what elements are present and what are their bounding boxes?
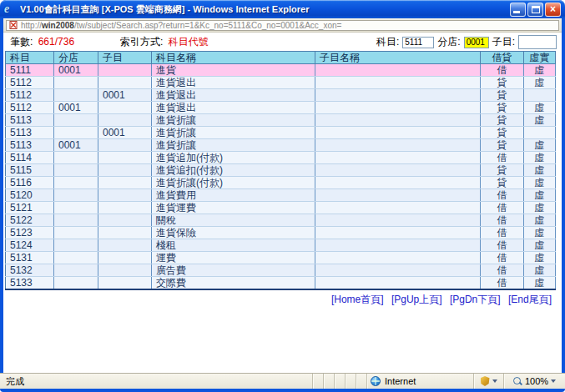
cell-jiedai: 貸 — [481, 77, 524, 89]
cell-zimu — [98, 77, 152, 89]
pager-home-link[interactable]: [Home首頁] — [331, 294, 384, 305]
cell-kemu: 5123 — [6, 227, 54, 239]
cell-zimu — [98, 64, 152, 77]
chevron-down-icon — [492, 379, 497, 383]
zoom-level: 100% — [525, 376, 548, 386]
cell-xushi: 虛 — [524, 227, 556, 239]
cell-subname — [315, 89, 481, 102]
header-subject-code: 科目 — [6, 52, 54, 64]
cell-zimu — [98, 177, 152, 189]
cell-subname — [315, 77, 481, 89]
cell-fendian — [54, 214, 98, 227]
cell-fendian — [54, 264, 98, 277]
cell-jiedai: 借 — [481, 227, 524, 239]
cell-subname — [315, 139, 481, 152]
status-panel-empty — [345, 374, 356, 389]
cell-name: 進貨折讓 — [152, 139, 315, 152]
pager-pgdn-link[interactable]: [PgDn下頁] — [450, 294, 501, 305]
cell-subname — [315, 277, 481, 290]
table-row[interactable]: 51130001進貨折讓貸 — [6, 127, 556, 139]
subject-input[interactable] — [402, 37, 434, 48]
table-row[interactable]: 51120001進貨退出貸 — [6, 89, 556, 102]
pager-end-link[interactable]: [End尾頁] — [508, 294, 552, 305]
table-row[interactable]: 51130001進貨折讓貸虛 — [6, 139, 556, 152]
cell-jiedai: 貸 — [481, 114, 524, 127]
cell-kemu: 5133 — [6, 277, 54, 290]
status-bar: 完成 Internet 100% — [0, 373, 565, 389]
cell-kemu: 5131 — [6, 252, 54, 264]
maximize-icon — [532, 6, 540, 13]
table-row[interactable]: 5115進貨追扣(付款)貸虛 — [6, 164, 556, 177]
table-row[interactable]: 5114進貨追加(付款)借虛 — [6, 152, 556, 164]
cell-fendian — [54, 152, 98, 164]
cell-jiedai: 貸 — [481, 139, 524, 152]
cell-name: 進貨追加(付款) — [152, 152, 315, 164]
close-button[interactable]: × — [545, 3, 561, 17]
cell-zimu — [98, 214, 152, 227]
subitem-input[interactable] — [518, 35, 557, 49]
branch-input[interactable] — [464, 37, 489, 48]
title-bar: e V1.00會計科目查詢 [X-POS 雲端商務網] - Windows In… — [0, 0, 565, 18]
zoom-control[interactable]: 100% — [503, 374, 565, 389]
cell-fendian: 0001 — [54, 139, 98, 152]
cell-fendian — [54, 177, 98, 189]
cell-subname — [315, 177, 481, 189]
maximize-button[interactable] — [527, 3, 543, 17]
record-count-value: 661/736 — [38, 36, 74, 48]
cell-name: 進貨折讓(付款) — [152, 177, 315, 189]
cell-subname — [315, 214, 481, 227]
address-field[interactable]: http://win2008/tw/subject/Search.asp?ret… — [6, 20, 559, 31]
table-row[interactable]: 5133交際費借虛 — [6, 277, 556, 290]
subject-table: 科目 分店 子目 科目名稱 子目名稱 借貸 虛實 51110001進貨借虛511… — [5, 51, 556, 290]
table-row[interactable]: 5122關稅借虛 — [6, 214, 556, 227]
url-path: /tw/subject/Search.asp?return=1&Kc_no=51… — [74, 21, 341, 30]
cell-zimu — [98, 152, 152, 164]
url-protocol: http:// — [21, 21, 42, 30]
cell-zimu — [98, 102, 152, 114]
cell-jiedai: 借 — [481, 202, 524, 214]
cell-subname — [315, 252, 481, 264]
table-row[interactable]: 5116進貨折讓(付款)貸虛 — [6, 177, 556, 189]
cell-zimu — [98, 227, 152, 239]
cell-fendian — [54, 127, 98, 139]
cell-zimu: 0001 — [98, 127, 152, 139]
table-row[interactable]: 5123進貨保險借虛 — [6, 227, 556, 239]
cell-zimu — [98, 252, 152, 264]
table-row[interactable]: 51110001進貨借虛 — [6, 64, 556, 77]
pager-pgup-link[interactable]: [PgUp上頁] — [391, 294, 442, 305]
cell-kemu: 5113 — [6, 139, 54, 152]
table-row[interactable]: 5120進貨費用借虛 — [6, 189, 556, 202]
table-row[interactable]: 51120001進貨退出貸虛 — [6, 102, 556, 114]
table-row[interactable]: 5132廣告費借虛 — [6, 264, 556, 277]
minimize-button[interactable] — [510, 3, 526, 17]
cell-subname — [315, 64, 481, 77]
cell-jiedai: 借 — [481, 64, 524, 77]
cell-kemu: 5115 — [6, 164, 54, 177]
header-subitem: 子目 — [98, 52, 152, 64]
cell-xushi: 虛 — [524, 239, 556, 252]
cell-name: 運費 — [152, 252, 315, 264]
cell-fendian — [54, 202, 98, 214]
table-row[interactable]: 5124棧租借虛 — [6, 239, 556, 252]
cell-name: 進貨折讓 — [152, 127, 315, 139]
cell-kemu: 5124 — [6, 239, 54, 252]
table-row[interactable]: 5121進貨運費借虛 — [6, 202, 556, 214]
magnifier-icon — [513, 377, 522, 386]
cell-kemu: 5121 — [6, 202, 54, 214]
status-panel-empty — [312, 374, 323, 389]
cell-name: 進貨 — [152, 64, 315, 77]
protected-mode-button[interactable] — [473, 374, 503, 389]
status-panel-empty — [356, 374, 366, 389]
table-row[interactable]: 5112進貨退出貸虛 — [6, 77, 556, 89]
cell-jiedai: 借 — [481, 189, 524, 202]
cell-jiedai: 借 — [481, 152, 524, 164]
cell-kemu: 5132 — [6, 264, 54, 277]
cell-xushi: 虛 — [524, 152, 556, 164]
cell-jiedai: 借 — [481, 277, 524, 290]
table-row[interactable]: 5113進貨折讓貸虛 — [6, 114, 556, 127]
zone-label: Internet — [385, 376, 416, 386]
cell-xushi: 虛 — [524, 214, 556, 227]
cell-name: 進貨退出 — [152, 102, 315, 114]
cell-xushi: 虛 — [524, 114, 556, 127]
table-row[interactable]: 5131運費借虛 — [6, 252, 556, 264]
